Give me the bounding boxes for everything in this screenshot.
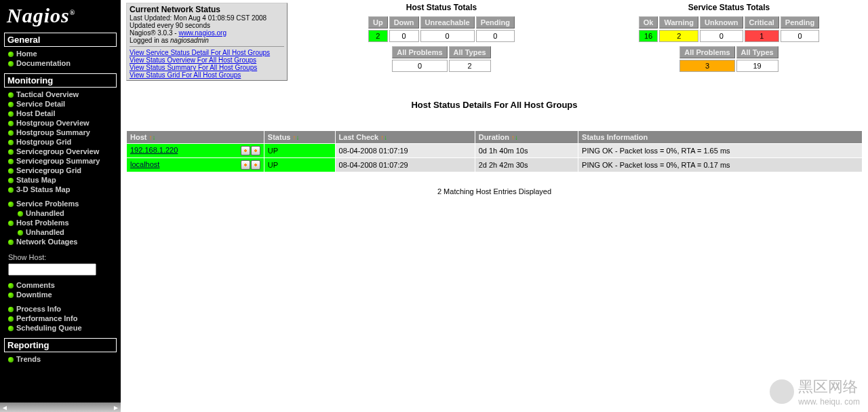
nav-item[interactable]: Comments (4, 280, 117, 290)
totals-value[interactable]: 0 (700, 30, 743, 42)
bullet-icon (8, 111, 14, 117)
bullet-icon (8, 316, 14, 322)
totals-header[interactable]: All Problems (392, 46, 447, 58)
info-version: Nagios® 3.0.3 - www.nagios.org (130, 29, 284, 37)
bullet-icon (8, 357, 14, 362)
host-cell[interactable]: localhost (127, 158, 264, 172)
totals-header[interactable]: All Problems (679, 46, 734, 58)
info-link[interactable]: View Status Grid For All Host Groups (130, 71, 241, 79)
info-refresh: Updated every 90 seconds (130, 22, 284, 29)
totals-header[interactable]: Down (389, 16, 419, 29)
page-title: Host Status Details For All Host Groups (126, 100, 863, 110)
totals-value[interactable]: 2 (368, 30, 388, 42)
totals-value[interactable]: 0 (781, 30, 819, 42)
bullet-icon (8, 130, 14, 136)
nav-item[interactable]: Documentation (4, 58, 117, 68)
service-icon[interactable] (251, 160, 260, 170)
bullet-icon (8, 202, 14, 207)
info-link[interactable]: View Service Status Detail For All Host … (130, 49, 270, 56)
bullet-icon (8, 92, 14, 98)
nav-item[interactable]: Servicegroup Summary (4, 156, 117, 166)
totals-header[interactable]: Ok (639, 16, 658, 29)
show-host-label: Show Host: (8, 253, 46, 261)
info-link[interactable]: View Status Summary For All Host Groups (130, 64, 257, 71)
nav-item[interactable]: Hostgroup Overview (4, 118, 117, 128)
bullet-icon (8, 140, 14, 145)
bullet-icon (8, 283, 14, 288)
nav-item[interactable]: Servicegroup Overview (4, 147, 117, 156)
totals-value[interactable]: 0 (389, 30, 419, 42)
nav-item[interactable]: Status Map (4, 175, 117, 185)
lastcheck-cell: 08-04-2008 01:07:19 (336, 144, 475, 157)
nav-item[interactable]: Hostgroup Summary (4, 128, 117, 137)
host-cell[interactable]: 192.168.1.220 (127, 144, 264, 157)
totals-value[interactable]: 0 (476, 30, 515, 42)
service-icon[interactable] (251, 146, 260, 155)
totals-header[interactable]: Warning (659, 16, 698, 29)
show-host-input[interactable] (8, 263, 96, 276)
totals-header[interactable]: All Types (736, 46, 778, 58)
nav-item[interactable]: Scheduling Queue (4, 323, 117, 333)
bullet-icon (8, 221, 14, 226)
bullet-icon (8, 187, 14, 193)
nav-item[interactable]: Service Detail (4, 99, 117, 109)
totals-header[interactable]: Pending (781, 16, 819, 29)
nav-item[interactable]: Host Detail (4, 109, 117, 118)
nav-item[interactable]: Service Problems (4, 199, 117, 208)
nav-item[interactable]: Host Problems (4, 218, 117, 227)
bullet-icon (8, 240, 14, 245)
totals-header[interactable]: Critical (745, 16, 779, 29)
nav-item[interactable]: Tactical Overview (4, 90, 117, 99)
section-reporting: Reporting (4, 338, 117, 352)
nav-item[interactable]: Process Info (4, 304, 117, 314)
totals-value[interactable]: 19 (736, 60, 778, 72)
nav-item[interactable]: Unhandled (4, 227, 117, 237)
totals-value[interactable]: 2 (449, 60, 491, 72)
table-row: 192.168.1.220UP08-04-2008 01:07:190d 1h … (127, 144, 862, 157)
nav-item[interactable]: Home (4, 49, 117, 58)
nav-item[interactable]: 3-D Status Map (4, 185, 117, 194)
totals-value[interactable]: 2 (659, 30, 698, 42)
duration-cell: 0d 1h 40m 10s (475, 144, 578, 157)
totals-header[interactable]: Pending (476, 16, 515, 29)
detail-icon[interactable] (241, 146, 250, 155)
totals-header[interactable]: Unreachable (420, 16, 475, 29)
totals-header[interactable]: Up (368, 16, 388, 29)
status-col-header[interactable]: Duration ↑↓ (475, 131, 578, 143)
nav-item[interactable]: Performance Info (4, 314, 117, 323)
status-col-header[interactable]: Status Information (578, 131, 862, 143)
bullet-icon (8, 61, 14, 67)
bullet-icon (8, 307, 14, 312)
nav-item[interactable]: Unhandled (4, 208, 117, 218)
nagios-link[interactable]: www.nagios.org (178, 29, 226, 37)
status-col-header[interactable]: Last Check ↑↓ (336, 131, 475, 143)
totals-header[interactable]: Unknown (700, 16, 743, 29)
totals-value[interactable]: 3 (679, 60, 734, 72)
nav-item[interactable]: Servicegroup Grid (4, 166, 117, 175)
nav-item[interactable]: Hostgroup Grid (4, 137, 117, 147)
info-link[interactable]: View Status Overview For All Host Groups (130, 56, 256, 64)
totals-header[interactable]: All Types (449, 46, 491, 58)
nav-item[interactable]: Network Outages (4, 237, 117, 246)
scrollbar[interactable]: ◄► (0, 402, 121, 412)
totals-value[interactable]: 0 (420, 30, 475, 42)
nav-item[interactable]: Downtime (4, 290, 117, 299)
mushroom-icon (770, 379, 794, 404)
status-cell: UP (264, 158, 335, 172)
status-col-header[interactable]: Status ↑↓ (264, 131, 335, 143)
status-cell: UP (264, 144, 335, 157)
totals-value[interactable]: 16 (639, 30, 658, 42)
info-cell: PING OK - Packet loss = 0%, RTA = 0.17 m… (578, 158, 862, 172)
bullet-icon (8, 102, 14, 107)
nav-item[interactable]: Trends (4, 354, 117, 364)
bullet-icon (8, 168, 14, 174)
matching-count: 2 Matching Host Entries Displayed (126, 187, 863, 195)
detail-icon[interactable] (241, 160, 250, 170)
totals-value[interactable]: 0 (392, 60, 447, 72)
table-row: localhostUP08-04-2008 01:07:292d 2h 42m … (127, 158, 862, 172)
totals-value[interactable]: 1 (745, 30, 779, 42)
duration-cell: 2d 2h 42m 30s (475, 158, 578, 172)
bullet-icon (8, 149, 14, 155)
lastcheck-cell: 08-04-2008 01:07:29 (336, 158, 475, 172)
status-col-header[interactable]: Host ↑↓ (127, 131, 264, 143)
